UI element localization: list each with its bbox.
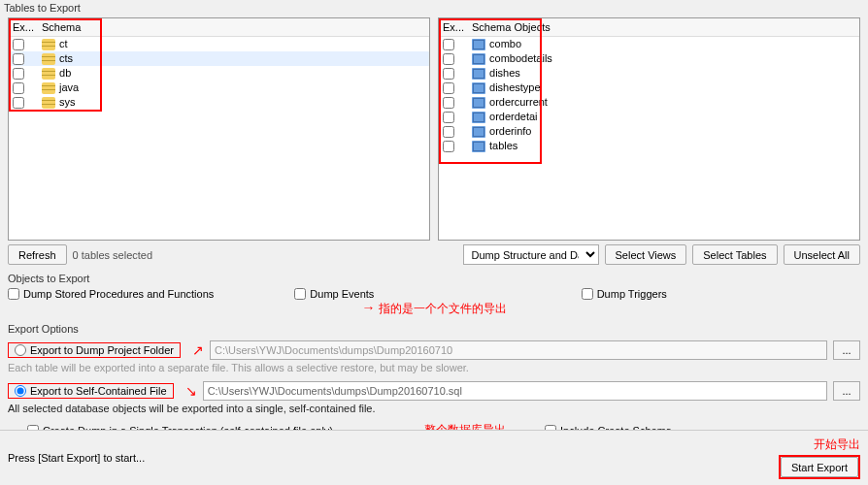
table-row[interactable]: db <box>9 66 429 81</box>
object-name: tables <box>489 140 517 151</box>
schema-checkbox[interactable] <box>13 53 24 65</box>
object-checkbox[interactable] <box>443 141 454 152</box>
dump-events-label: Dump Events <box>310 288 374 300</box>
table-row[interactable]: orderinfo <box>439 124 859 139</box>
table-icon <box>472 39 485 50</box>
select-tables-button[interactable]: Select Tables <box>692 244 777 265</box>
project-note: Each table will be exported into a separ… <box>8 360 860 377</box>
schema-name: cts <box>59 52 73 64</box>
object-name: dishestype <box>489 81 541 93</box>
schema-name: ct <box>59 38 68 49</box>
arrow-icon: ↗ <box>192 342 204 358</box>
dump-triggers-checkbox[interactable] <box>582 288 593 300</box>
object-checkbox[interactable] <box>443 53 454 65</box>
schema-list-panel[interactable]: Ex... Schema ctctsdbjavasys <box>8 17 430 241</box>
unselect-all-button[interactable]: Unselect All <box>784 244 860 265</box>
objects-to-export-label: Objects to Export <box>8 271 860 286</box>
dump-mode-select[interactable]: Dump Structure and Da <box>463 244 599 265</box>
export-self-contained-label: Export to Self-Contained File <box>30 385 167 397</box>
tables-to-export-label: Tables to Export <box>0 0 868 16</box>
database-icon <box>42 68 55 80</box>
table-icon <box>472 112 485 123</box>
col-export-header: Ex... <box>9 18 38 36</box>
table-row[interactable]: cts <box>9 51 429 66</box>
object-name: ordercurrent <box>489 96 548 108</box>
database-icon <box>42 97 55 109</box>
table-row[interactable]: java <box>9 81 429 95</box>
table-row[interactable]: ct <box>9 36 429 51</box>
browse-project-button[interactable]: ... <box>833 340 860 360</box>
start-export-button[interactable]: Start Export <box>781 457 858 477</box>
object-checkbox[interactable] <box>443 82 454 94</box>
dump-sp-checkbox[interactable] <box>8 288 19 300</box>
self-note: All selected database objects will be ex… <box>8 401 860 418</box>
database-icon <box>42 82 55 94</box>
object-checkbox[interactable] <box>443 126 454 138</box>
schema-checkbox[interactable] <box>13 39 24 50</box>
schema-checkbox[interactable] <box>13 97 24 109</box>
table-icon <box>472 141 485 152</box>
object-checkbox[interactable] <box>443 112 454 123</box>
export-self-contained-radio[interactable] <box>15 385 26 397</box>
object-checkbox[interactable] <box>443 39 454 50</box>
objects-list-panel[interactable]: Ex... Schema Objects combocombodetailsdi… <box>438 17 860 241</box>
refresh-button[interactable]: Refresh <box>8 244 67 265</box>
dump-triggers-label: Dump Triggers <box>597 288 667 300</box>
table-row[interactable]: dishes <box>439 66 859 81</box>
schema-name: java <box>59 81 79 93</box>
table-icon <box>472 68 485 80</box>
schema-name: db <box>59 67 71 79</box>
annotation-per-file: 指的是一个个文件的导出 <box>379 302 507 315</box>
object-name: orderinfo <box>489 125 531 137</box>
schema-name: sys <box>59 96 76 108</box>
annotation-start: 开始导出 <box>814 436 860 453</box>
object-name: orderdetai <box>489 111 538 122</box>
schema-checkbox[interactable] <box>13 82 24 94</box>
self-path-input[interactable] <box>203 381 827 401</box>
object-name: combodetails <box>489 52 552 64</box>
export-options-label: Export Options <box>8 321 860 337</box>
table-icon <box>472 53 485 65</box>
export-project-folder-radio[interactable] <box>15 344 26 356</box>
tables-selected-status: 0 tables selected <box>73 249 153 261</box>
browse-self-button[interactable]: ... <box>833 381 860 401</box>
object-checkbox[interactable] <box>443 97 454 109</box>
table-row[interactable]: dishestype <box>439 81 859 95</box>
table-icon <box>472 82 485 94</box>
arrow-icon: → <box>361 300 375 315</box>
col-objects-header: Schema Objects <box>468 18 859 36</box>
object-checkbox[interactable] <box>443 68 454 80</box>
dump-sp-label: Dump Stored Procedures and Functions <box>23 288 214 300</box>
table-row[interactable]: combodetails <box>439 51 859 66</box>
export-project-folder-label: Export to Dump Project Folder <box>30 344 174 356</box>
database-icon <box>42 39 55 50</box>
dump-events-checkbox[interactable] <box>294 288 306 300</box>
table-icon <box>472 97 485 109</box>
bottom-hint: Press [Start Export] to start... <box>8 452 145 464</box>
table-row[interactable]: tables <box>439 139 859 153</box>
table-row[interactable]: sys <box>9 95 429 110</box>
project-path-input[interactable] <box>210 340 827 360</box>
object-name: dishes <box>489 67 520 79</box>
col-schema-header: Schema <box>38 18 429 36</box>
col-export-header: Ex... <box>439 18 468 36</box>
database-icon <box>42 53 55 65</box>
arrow-icon: ↘ <box>185 383 197 399</box>
select-views-button[interactable]: Select Views <box>605 244 687 265</box>
schema-checkbox[interactable] <box>13 68 24 80</box>
table-icon <box>472 126 485 138</box>
table-row[interactable]: combo <box>439 36 859 51</box>
table-row[interactable]: orderdetai <box>439 110 859 124</box>
table-row[interactable]: ordercurrent <box>439 95 859 110</box>
object-name: combo <box>489 38 521 49</box>
